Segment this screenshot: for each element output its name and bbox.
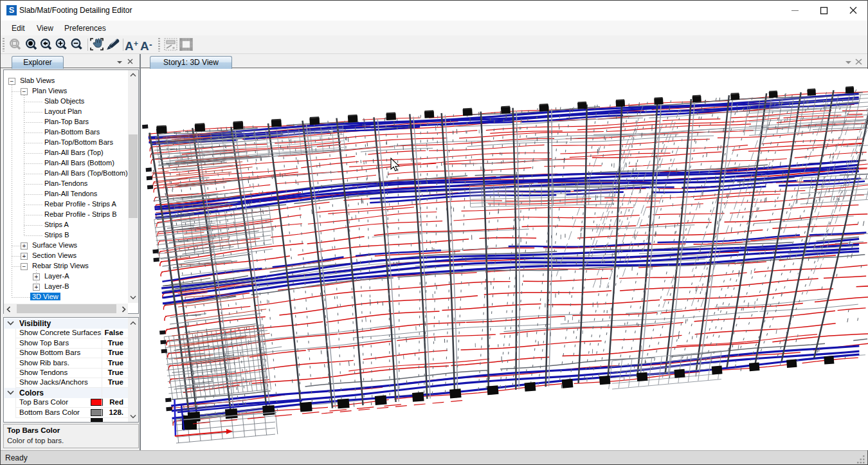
svg-text:A: A (125, 39, 134, 53)
svg-text:+: + (134, 39, 138, 48)
svg-text:-: - (149, 39, 152, 50)
svg-text:A: A (140, 39, 149, 53)
